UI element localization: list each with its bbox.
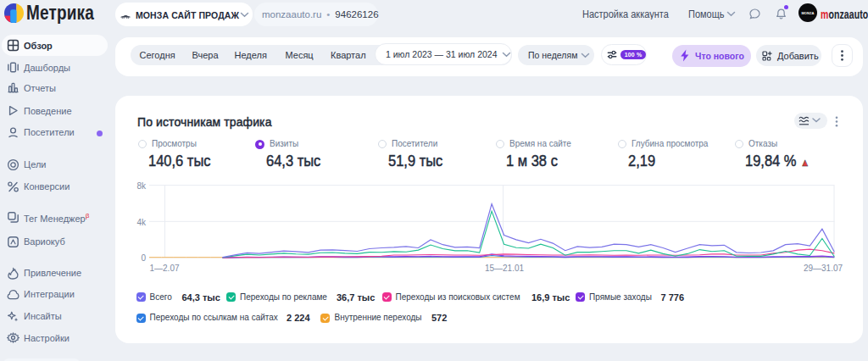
svg-text:15—21.01: 15—21.01 bbox=[485, 264, 525, 273]
svg-text:0: 0 bbox=[141, 253, 146, 263]
svg-text:4k: 4k bbox=[136, 218, 147, 227]
svg-text:29—31.07: 29—31.07 bbox=[804, 264, 843, 273]
svg-text:8k: 8k bbox=[136, 181, 147, 191]
svg-text:1—2.07: 1—2.07 bbox=[149, 264, 179, 273]
